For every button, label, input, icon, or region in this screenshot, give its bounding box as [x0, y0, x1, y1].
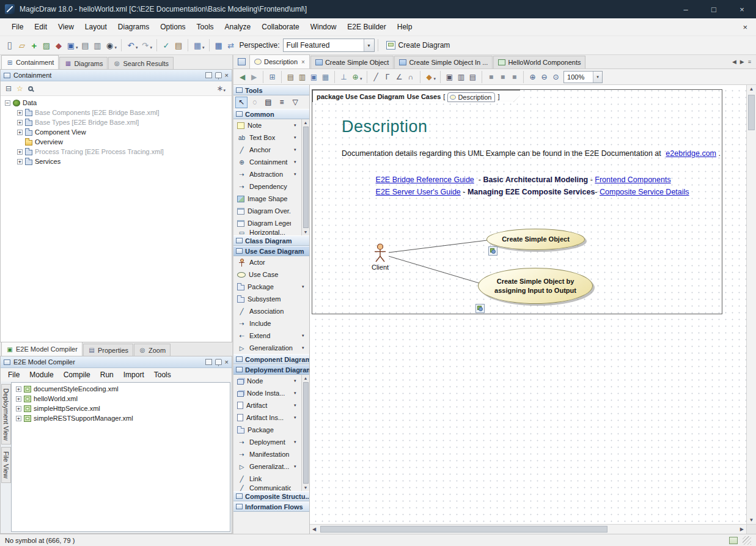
- tab-list-icon[interactable]: ≡: [748, 59, 751, 65]
- palette-item[interactable]: Subsystem: [233, 293, 309, 305]
- properties-tool-icon[interactable]: ≡: [276, 97, 288, 108]
- oblique-style-icon[interactable]: ∠: [394, 71, 405, 83]
- palette-item[interactable]: Package: [233, 424, 309, 436]
- tree-row[interactable]: + documentStyleEncoding.xml: [12, 384, 230, 394]
- menubar-close-icon[interactable]: ×: [740, 23, 750, 32]
- expander-icon[interactable]: +: [17, 159, 23, 164]
- palette-item[interactable]: ╱ Link: [233, 473, 309, 485]
- align-icon[interactable]: ▥: [455, 71, 467, 83]
- doc-link[interactable]: e2ebridge.com: [666, 149, 716, 158]
- select-tool-icon[interactable]: ↖: [235, 97, 248, 108]
- palette-scrollbar[interactable]: ▲ ▼: [301, 119, 309, 235]
- float-panel-icon[interactable]: [205, 72, 212, 78]
- validate-icon[interactable]: ▦: [191, 39, 204, 52]
- scroll-right-icon[interactable]: ▶: [740, 526, 744, 532]
- tree-row[interactable]: − Data: [1, 98, 232, 108]
- rectilinear-style-icon[interactable]: Γ: [382, 71, 394, 83]
- scroll-thumb[interactable]: [320, 526, 607, 533]
- scroll-up-icon[interactable]: ▲: [304, 375, 308, 382]
- expander-icon[interactable]: +: [17, 110, 23, 116]
- image-export-icon[interactable]: ▤: [467, 71, 479, 83]
- tree-row[interactable]: + Component View: [1, 127, 232, 137]
- diagram-list-icon[interactable]: [238, 58, 246, 65]
- package-frame[interactable]: package Use Case Diagram Use Cases [ Des…: [312, 89, 722, 314]
- palette-item[interactable]: ╱ Association: [233, 305, 309, 317]
- scroll-down-icon[interactable]: ▼: [304, 229, 308, 235]
- prev-tab-icon[interactable]: ◀: [732, 59, 736, 65]
- palette-item[interactable]: Use Case: [233, 268, 309, 281]
- add-project-icon[interactable]: +: [28, 39, 40, 52]
- use-case-create-simple-object-by-assigning[interactable]: Create Simple Object by assigning Input …: [478, 268, 593, 304]
- actor-client[interactable]: Client: [369, 243, 391, 271]
- pin-panel-icon[interactable]: [215, 359, 222, 365]
- dropdown-arrow-icon[interactable]: ▾: [150, 45, 153, 50]
- palette-item[interactable]: ╱ Communicatio: [233, 485, 309, 491]
- tree-row[interactable]: + Base Components [E2E Bridge Base.xml]: [1, 108, 232, 117]
- palette-item[interactable]: ⇢ Dependency: [233, 180, 309, 193]
- redo-icon[interactable]: ↷: [139, 39, 152, 52]
- find-icon[interactable]: ◉: [104, 39, 116, 52]
- scroll-up-icon[interactable]: ▲: [749, 86, 754, 92]
- palette-section-tools[interactable]: Tools: [233, 85, 309, 95]
- palette-item[interactable]: Package ▾: [233, 281, 309, 293]
- tree-row[interactable]: Overview: [1, 137, 232, 147]
- expander-icon[interactable]: −: [5, 100, 10, 106]
- open-project-icon[interactable]: ▱: [16, 39, 28, 52]
- float-panel-icon[interactable]: [205, 359, 212, 365]
- same-size-icon[interactable]: ■: [508, 71, 520, 83]
- same-width-icon[interactable]: ■: [485, 71, 497, 83]
- zoom-dropdown[interactable]: 100% ▾: [563, 71, 603, 83]
- chevron-down-icon[interactable]: ▾: [223, 88, 226, 93]
- palette-item[interactable]: Diagram Legend: [233, 217, 309, 229]
- favorites-icon[interactable]: ☆: [17, 84, 23, 93]
- quick-layout-icon[interactable]: ⇄: [225, 39, 237, 52]
- menu-item[interactable]: View: [53, 20, 79, 34]
- palette-item[interactable]: ⊕ Containment ▾: [233, 156, 309, 168]
- compiler-menu-item[interactable]: Compile: [59, 369, 95, 381]
- memory-status-icon[interactable]: [729, 537, 738, 544]
- chevron-down-icon[interactable]: ▾: [302, 284, 307, 289]
- palette-item[interactable]: ▭ Horizontal...: [233, 229, 309, 235]
- palette-item[interactable]: Actor: [233, 256, 309, 268]
- palette-section-use-case-diagram[interactable]: Use Case Diagram: [233, 246, 309, 256]
- group-icon[interactable]: ▣: [444, 71, 455, 83]
- compiler-menu-item[interactable]: Module: [24, 369, 58, 381]
- chevron-down-icon[interactable]: ▾: [294, 135, 299, 140]
- palette-item[interactable]: Note ▾: [233, 119, 309, 131]
- expander-icon[interactable]: +: [17, 149, 23, 155]
- collapse-all-icon[interactable]: ⊟: [6, 84, 12, 93]
- diagram-tab[interactable]: Create Simple Object In ...: [394, 56, 493, 68]
- line-style-icon[interactable]: ╱: [370, 71, 382, 83]
- tree-row[interactable]: + Process Tracing [E2E Process Tracing.x…: [1, 147, 232, 157]
- tree-row[interactable]: + simpleHttpService.xml: [12, 404, 230, 413]
- print-icon[interactable]: ▤: [79, 39, 92, 52]
- create-diagram-button[interactable]: Create Diagram: [381, 38, 455, 53]
- menu-item[interactable]: Edit: [29, 20, 53, 34]
- save-icon[interactable]: ▣: [65, 39, 77, 52]
- stamp-mode-icon[interactable]: ▦: [320, 71, 331, 83]
- menu-item[interactable]: Analyze: [219, 20, 257, 34]
- maximize-button[interactable]: □: [700, 0, 728, 18]
- palette-item[interactable]: Diagram Over...: [233, 205, 309, 217]
- minimize-button[interactable]: –: [672, 0, 700, 18]
- chevron-down-icon[interactable]: ▾: [294, 378, 299, 383]
- gear-icon[interactable]: ∗: [217, 84, 224, 93]
- chevron-down-icon[interactable]: ▾: [294, 415, 299, 420]
- palette-section-deployment-diagram[interactable]: Deployment Diagram: [233, 364, 309, 375]
- chevron-down-icon[interactable]: ▾: [302, 333, 307, 338]
- expander-icon[interactable]: +: [16, 416, 21, 421]
- compiler-side-tab[interactable]: Deployment View: [1, 384, 11, 445]
- copy-diagram-icon[interactable]: ▥: [296, 71, 308, 83]
- menu-item[interactable]: Help: [392, 20, 418, 34]
- horizontal-scrollbar[interactable]: ◀ ▶: [310, 524, 746, 534]
- menu-item[interactable]: Collaborate: [256, 20, 304, 34]
- frame-header[interactable]: package Use Case Diagram Use Cases [ Des…: [313, 90, 520, 102]
- palette-section-component-diagram[interactable]: Component Diagram: [233, 354, 309, 364]
- chevron-down-icon[interactable]: ▾: [294, 403, 299, 408]
- left-tab[interactable]: ▦ Diagrams: [59, 57, 108, 69]
- bottom-tab[interactable]: ▣ E2E Model Compiler: [1, 342, 83, 356]
- menu-item[interactable]: File: [6, 20, 29, 34]
- palette-item[interactable]: ab Text Box ▾: [233, 131, 309, 144]
- diagram-canvas[interactable]: package Use Case Diagram Use Cases [ Des…: [310, 85, 746, 524]
- resize-grip-icon[interactable]: [743, 536, 751, 545]
